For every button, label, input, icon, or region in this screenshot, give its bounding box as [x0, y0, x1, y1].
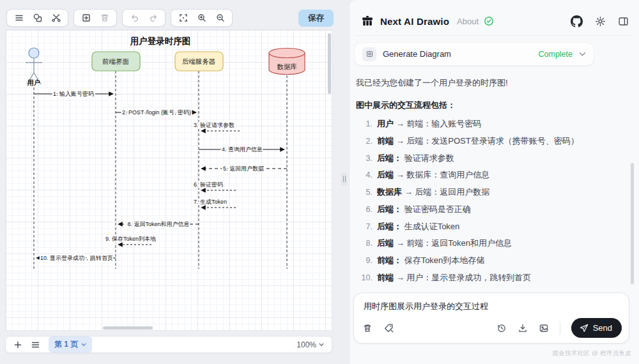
sequence-diagram: 用户登录时序图 用户 — [6, 30, 332, 330]
page-label: 第 1 页 — [54, 339, 78, 350]
editor-toolbar: 保存 — [6, 8, 334, 27]
diagram-title[interactable]: 用户登录时序图 — [130, 36, 191, 46]
zoom-in-icon[interactable] — [193, 11, 210, 25]
svg-text:前端界面: 前端界面 — [102, 57, 129, 65]
participant-backend-box[interactable]: 后端服务器 — [175, 52, 223, 71]
toolbar-divider — [560, 322, 560, 335]
settings-gear-icon[interactable] — [595, 16, 606, 27]
zoom-level-selector[interactable]: 100% — [296, 340, 324, 349]
save-button[interactable]: 保存 — [298, 10, 334, 27]
chat-scrollbar[interactable] — [631, 163, 634, 284]
verified-check-icon — [484, 16, 494, 26]
participant-user-actor[interactable]: 用户 — [26, 48, 42, 86]
list-item: 7.后端： 生成认证Token — [358, 220, 592, 233]
generate-diagram-card[interactable]: Generate Diagram Complete — [354, 42, 594, 66]
flow-heading: 图中展示的交互流程包括： — [356, 99, 592, 112]
redo-icon[interactable] — [144, 11, 162, 25]
pages-menu-icon[interactable] — [31, 340, 40, 349]
message-4[interactable]: 4. 查询用户信息 — [199, 146, 284, 153]
tool-card-status: Complete — [539, 50, 573, 59]
svg-text:1. 输入账号密码: 1. 输入账号密码 — [53, 91, 94, 97]
app-root: 保存 用户登录时序图 — [0, 0, 639, 364]
add-page-icon[interactable] — [13, 340, 22, 349]
resize-grip-handle[interactable] — [341, 173, 347, 185]
svg-text:4. 查询用户信息: 4. 查询用户信息 — [222, 146, 263, 153]
about-link[interactable]: About — [457, 17, 479, 26]
scissors-icon[interactable] — [47, 11, 65, 25]
delete-icon[interactable] — [96, 11, 113, 25]
list-item: 10.前端 → 用户：显示登录成功，跳转到首页 — [358, 271, 592, 284]
send-button[interactable]: Send — [571, 318, 622, 338]
chevron-down-icon[interactable] — [579, 52, 586, 56]
svg-text:7. 生成Token: 7. 生成Token — [194, 199, 227, 205]
svg-text:2. POST /login (账号, 密码): 2. POST /login (账号, 密码) — [122, 109, 191, 116]
zoom-out-icon[interactable] — [212, 11, 229, 25]
diagram-canvas[interactable]: 用户登录时序图 用户 — [5, 29, 332, 331]
list-item: 5.数据库 → 后端：返回用户数据 — [358, 186, 592, 199]
download-icon[interactable] — [518, 323, 528, 333]
trash-icon[interactable] — [362, 323, 373, 333]
undo-icon[interactable] — [126, 11, 143, 25]
list-item: 4.后端 → 数据库：查询用户信息 — [358, 169, 592, 181]
svg-text:数据库: 数据库 — [277, 63, 297, 70]
app-logo-icon — [360, 14, 374, 28]
image-icon[interactable] — [539, 323, 549, 333]
history-icon[interactable] — [497, 323, 507, 333]
message-5[interactable]: 5. 返回用户数据 — [201, 165, 287, 172]
message-2[interactable]: 2. POST /login (账号, 密码) — [116, 109, 196, 116]
participant-database-cylinder[interactable]: 数据库 — [269, 49, 305, 75]
svg-text:9. 保存Token到本地: 9. 保存Token到本地 — [105, 236, 156, 242]
toolbar-group-edit — [73, 9, 117, 27]
svg-text:6. 验证密码: 6. 验证密码 — [194, 181, 223, 188]
message-7-self[interactable]: 7. 生成Token — [194, 199, 236, 208]
toolbar-group-main — [6, 9, 68, 27]
svg-text:后端服务器: 后端服务器 — [182, 57, 216, 65]
tool-card-label: Generate Diagram — [383, 49, 451, 59]
message-3-self[interactable]: 3. 验证请求参数 — [194, 122, 240, 131]
svg-text:8. 返回Token和用户信息: 8. 返回Token和用户信息 — [127, 221, 189, 227]
menu-icon[interactable] — [10, 11, 27, 25]
app-title: Next AI Drawio — [380, 16, 449, 27]
panel-resize-divider[interactable] — [340, 0, 349, 364]
tag-pen-icon[interactable] — [383, 322, 394, 333]
editor-pagebar: 第 1 页 100% — [5, 336, 332, 353]
page-selector[interactable]: 第 1 页 — [49, 337, 92, 353]
message-1[interactable]: 1. 输入账号密码 — [34, 91, 113, 97]
watermark-text: 掘金技术社区 @ 程序员鱼皮 — [552, 349, 631, 358]
chat-message-area[interactable]: Generate Diagram Complete 我已经为您创建了一个用户登录… — [354, 37, 594, 286]
list-item: 3.后端： 验证请求参数 — [358, 152, 592, 165]
add-shape-icon[interactable] — [77, 11, 95, 25]
panel-toggle-icon[interactable] — [618, 16, 629, 27]
message-8[interactable]: 8. 返回Token和用户信息 — [118, 221, 199, 227]
svg-text:5. 返回用户数据: 5. 返回用户数据 — [223, 165, 264, 172]
send-plane-icon — [580, 324, 589, 333]
assistant-message: 我已经为您创建了一个用户登录的时序图! 图中展示的交互流程包括： 1.用户 → … — [354, 77, 594, 286]
list-item: 2.前端 → 后端：发送POST登录请求（携带账号、密码） — [358, 135, 592, 148]
chat-header: Next AI Drawio About — [355, 7, 635, 36]
chat-input[interactable]: 用时序图展示用户登录的交互过程 — [364, 301, 619, 313]
canvas-vertical-scrollbar[interactable] — [328, 33, 331, 94]
chevron-down-icon — [319, 343, 324, 346]
canvas-horizontal-scrollbar[interactable] — [103, 326, 153, 330]
message-10[interactable]: 10. 显示登录成功，跳转首页 — [36, 255, 116, 261]
input-toolbar: Send — [362, 318, 622, 338]
list-item: 9.前端： 保存Token到本地存储 — [358, 254, 592, 267]
diagram-editor-pane: 保存 用户登录时序图 — [0, 0, 340, 364]
zoom-level: 100% — [296, 340, 316, 349]
message-6-self[interactable]: 6. 验证密码 — [194, 181, 236, 190]
svg-text:用户: 用户 — [27, 79, 40, 86]
list-item: 8.后端 → 前端：返回Token和用户信息 — [358, 237, 592, 250]
participant-frontend-box[interactable]: 前端界面 — [92, 52, 140, 71]
shapes-icon[interactable] — [29, 11, 46, 25]
toolbar-group-history — [122, 9, 166, 27]
chip-icon — [362, 47, 376, 61]
message-9-self[interactable]: 9. 保存Token到本地 — [105, 236, 156, 245]
ai-chat-pane: Next AI Drawio About — [349, 0, 639, 364]
list-item: 1.用户 → 前端：输入账号密码 — [358, 118, 592, 130]
chat-input-card: 用时序图展示用户登录的交互过程 — [353, 292, 629, 344]
flow-steps-list: 1.用户 → 前端：输入账号密码 2.前端 → 后端：发送POST登录请求（携带… — [356, 118, 592, 284]
github-icon[interactable] — [571, 15, 583, 27]
message-intro: 我已经为您创建了一个用户登录的时序图! — [356, 77, 592, 89]
fit-view-icon[interactable] — [174, 11, 192, 25]
chevron-down-icon — [81, 343, 86, 346]
